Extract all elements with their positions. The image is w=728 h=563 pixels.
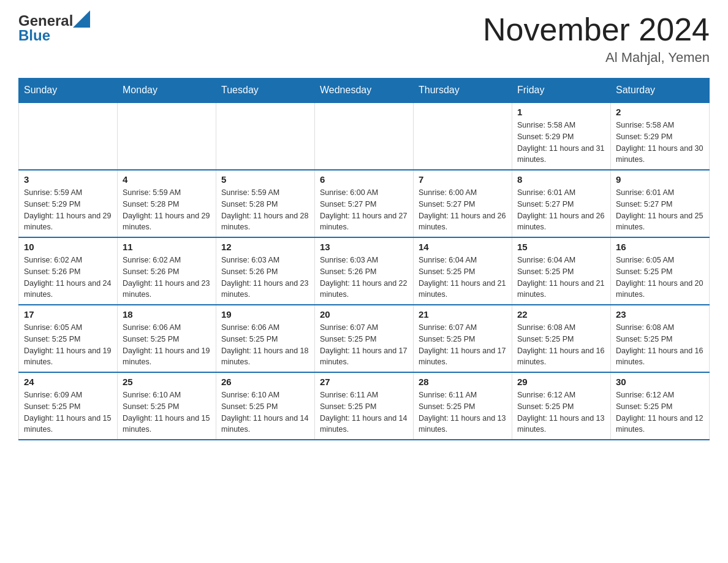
calendar-cell: 18Sunrise: 6:06 AM Sunset: 5:25 PM Dayli… [118,305,216,372]
calendar-cell [315,102,414,170]
calendar-cell: 8Sunrise: 6:01 AM Sunset: 5:27 PM Daylig… [512,170,611,237]
day-info: Sunrise: 6:10 AM Sunset: 5:25 PM Dayligh… [221,389,309,435]
day-number: 10 [24,242,112,252]
calendar-cell: 16Sunrise: 6:05 AM Sunset: 5:25 PM Dayli… [611,237,710,305]
day-number: 9 [616,174,704,185]
day-info: Sunrise: 6:12 AM Sunset: 5:25 PM Dayligh… [517,389,605,435]
day-number: 7 [419,174,507,185]
day-info: Sunrise: 6:11 AM Sunset: 5:25 PM Dayligh… [320,389,408,435]
day-number: 26 [221,377,309,387]
day-number: 20 [320,309,408,320]
calendar-cell [19,102,118,170]
day-info: Sunrise: 6:04 AM Sunset: 5:25 PM Dayligh… [517,255,605,301]
calendar-cell: 21Sunrise: 6:07 AM Sunset: 5:25 PM Dayli… [414,305,512,372]
day-number: 21 [419,309,507,320]
day-info: Sunrise: 6:12 AM Sunset: 5:25 PM Dayligh… [616,389,704,435]
day-number: 24 [24,377,112,387]
subtitle: Al Mahjal, Yemen [483,50,710,66]
day-number: 30 [616,377,704,387]
calendar-cell: 28Sunrise: 6:11 AM Sunset: 5:25 PM Dayli… [414,372,512,440]
calendar-week-row: 24Sunrise: 6:09 AM Sunset: 5:25 PM Dayli… [19,372,710,440]
day-info: Sunrise: 6:06 AM Sunset: 5:25 PM Dayligh… [221,322,309,368]
day-number: 22 [517,309,605,320]
day-number: 1 [517,107,605,117]
day-number: 16 [616,242,704,252]
day-number: 25 [123,377,211,387]
calendar-week-row: 1Sunrise: 5:58 AM Sunset: 5:29 PM Daylig… [19,102,710,170]
day-info: Sunrise: 6:04 AM Sunset: 5:25 PM Dayligh… [419,255,507,301]
calendar-cell: 2Sunrise: 5:58 AM Sunset: 5:29 PM Daylig… [611,102,710,170]
calendar-cell: 26Sunrise: 6:10 AM Sunset: 5:25 PM Dayli… [216,372,315,440]
day-info: Sunrise: 6:05 AM Sunset: 5:25 PM Dayligh… [616,255,704,301]
day-number: 13 [320,242,408,252]
day-info: Sunrise: 6:01 AM Sunset: 5:27 PM Dayligh… [517,187,605,233]
column-header-monday: Monday [118,79,216,103]
calendar-cell: 20Sunrise: 6:07 AM Sunset: 5:25 PM Dayli… [315,305,414,372]
day-info: Sunrise: 6:03 AM Sunset: 5:26 PM Dayligh… [320,255,408,301]
day-number: 6 [320,174,408,185]
calendar-cell: 7Sunrise: 6:00 AM Sunset: 5:27 PM Daylig… [414,170,512,237]
calendar-cell: 3Sunrise: 5:59 AM Sunset: 5:29 PM Daylig… [19,170,118,237]
calendar-week-row: 10Sunrise: 6:02 AM Sunset: 5:26 PM Dayli… [19,237,710,305]
day-info: Sunrise: 6:10 AM Sunset: 5:25 PM Dayligh… [123,389,211,435]
day-number: 27 [320,377,408,387]
day-number: 2 [616,107,704,117]
day-number: 12 [221,242,309,252]
main-title: November 2024 [483,12,710,47]
calendar-cell: 15Sunrise: 6:04 AM Sunset: 5:25 PM Dayli… [512,237,611,305]
logo-triangle-icon [73,10,90,28]
logo: General Blue [18,12,90,44]
column-header-tuesday: Tuesday [216,79,315,103]
day-info: Sunrise: 6:08 AM Sunset: 5:25 PM Dayligh… [616,322,704,368]
day-number: 15 [517,242,605,252]
day-info: Sunrise: 5:58 AM Sunset: 5:29 PM Dayligh… [517,120,605,166]
day-number: 5 [221,174,309,185]
calendar-cell: 27Sunrise: 6:11 AM Sunset: 5:25 PM Dayli… [315,372,414,440]
calendar-cell [414,102,512,170]
calendar-cell: 29Sunrise: 6:12 AM Sunset: 5:25 PM Dayli… [512,372,611,440]
svg-marker-0 [73,10,90,28]
day-number: 8 [517,174,605,185]
day-info: Sunrise: 6:06 AM Sunset: 5:25 PM Dayligh… [123,322,211,368]
day-info: Sunrise: 5:59 AM Sunset: 5:29 PM Dayligh… [24,187,112,233]
column-header-thursday: Thursday [414,79,512,103]
calendar-cell: 24Sunrise: 6:09 AM Sunset: 5:25 PM Dayli… [19,372,118,440]
calendar-cell: 14Sunrise: 6:04 AM Sunset: 5:25 PM Dayli… [414,237,512,305]
day-info: Sunrise: 6:09 AM Sunset: 5:25 PM Dayligh… [24,389,112,435]
day-info: Sunrise: 5:58 AM Sunset: 5:29 PM Dayligh… [616,120,704,166]
column-header-wednesday: Wednesday [315,79,414,103]
day-number: 11 [123,242,211,252]
calendar-week-row: 17Sunrise: 6:05 AM Sunset: 5:25 PM Dayli… [19,305,710,372]
calendar-cell: 11Sunrise: 6:02 AM Sunset: 5:26 PM Dayli… [118,237,216,305]
day-number: 17 [24,309,112,320]
calendar-cell [118,102,216,170]
calendar-cell: 30Sunrise: 6:12 AM Sunset: 5:25 PM Dayli… [611,372,710,440]
calendar-cell: 10Sunrise: 6:02 AM Sunset: 5:26 PM Dayli… [19,237,118,305]
day-number: 18 [123,309,211,320]
calendar-header-row: SundayMondayTuesdayWednesdayThursdayFrid… [19,79,710,103]
day-info: Sunrise: 6:05 AM Sunset: 5:25 PM Dayligh… [24,322,112,368]
calendar-cell: 13Sunrise: 6:03 AM Sunset: 5:26 PM Dayli… [315,237,414,305]
day-number: 4 [123,174,211,185]
calendar-cell: 22Sunrise: 6:08 AM Sunset: 5:25 PM Dayli… [512,305,611,372]
calendar-week-row: 3Sunrise: 5:59 AM Sunset: 5:29 PM Daylig… [19,170,710,237]
calendar-cell: 5Sunrise: 5:59 AM Sunset: 5:28 PM Daylig… [216,170,315,237]
day-info: Sunrise: 6:02 AM Sunset: 5:26 PM Dayligh… [24,255,112,301]
calendar-cell: 9Sunrise: 6:01 AM Sunset: 5:27 PM Daylig… [611,170,710,237]
calendar-cell: 1Sunrise: 5:58 AM Sunset: 5:29 PM Daylig… [512,102,611,170]
day-info: Sunrise: 6:11 AM Sunset: 5:25 PM Dayligh… [419,389,507,435]
day-info: Sunrise: 6:00 AM Sunset: 5:27 PM Dayligh… [419,187,507,233]
day-number: 23 [616,309,704,320]
day-info: Sunrise: 6:07 AM Sunset: 5:25 PM Dayligh… [419,322,507,368]
calendar-cell: 19Sunrise: 6:06 AM Sunset: 5:25 PM Dayli… [216,305,315,372]
day-info: Sunrise: 6:02 AM Sunset: 5:26 PM Dayligh… [123,255,211,301]
title-section: November 2024 Al Mahjal, Yemen [483,12,710,66]
calendar-cell: 25Sunrise: 6:10 AM Sunset: 5:25 PM Dayli… [118,372,216,440]
calendar-cell: 6Sunrise: 6:00 AM Sunset: 5:27 PM Daylig… [315,170,414,237]
day-number: 19 [221,309,309,320]
day-number: 3 [24,174,112,185]
day-info: Sunrise: 6:01 AM Sunset: 5:27 PM Dayligh… [616,187,704,233]
day-info: Sunrise: 6:07 AM Sunset: 5:25 PM Dayligh… [320,322,408,368]
day-info: Sunrise: 6:03 AM Sunset: 5:26 PM Dayligh… [221,255,309,301]
calendar-table: SundayMondayTuesdayWednesdayThursdayFrid… [18,78,710,440]
